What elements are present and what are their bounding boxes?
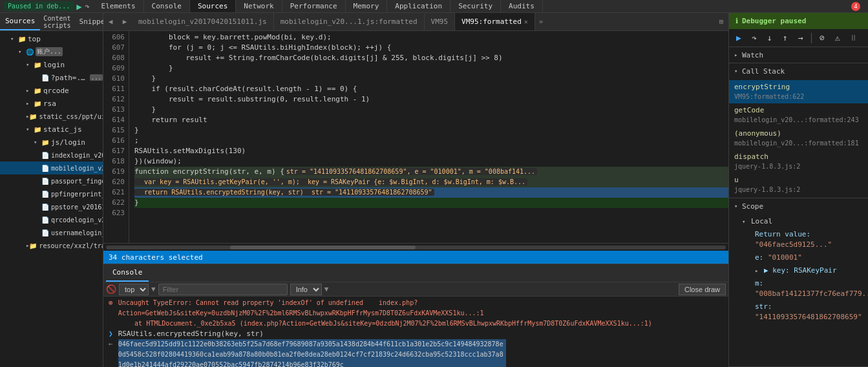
tab-sources[interactable]: Sources (190, 0, 236, 12)
resume-icon[interactable]: ▶ (76, 1, 81, 12)
call-stack-item-3[interactable]: dispatch jquery-1.8.3.js:2 (729, 150, 868, 173)
tree-item-mobilelogin[interactable]: 📄 mobilelogin_v20170420151011 (0, 162, 103, 174)
tab-performance[interactable]: Performance (282, 0, 346, 12)
file-tab-2[interactable]: VM95 (425, 13, 456, 30)
error-icon-1: ⊗ (109, 298, 113, 319)
tab-audits[interactable]: Audits (501, 0, 543, 12)
line-number-615: 615 (103, 125, 125, 136)
tab-content-scripts[interactable]: Content scripts (40, 13, 74, 30)
tree-item-usernamelogin[interactable]: 📄 usernamelogin_v201704121702 (0, 226, 103, 239)
file-tab-0[interactable]: mobilelogin_v20170420151011.js (132, 13, 274, 30)
scope-e: e: "010001" (742, 251, 868, 264)
file-tabs-forward[interactable]: ▶ (118, 15, 132, 29)
code-line-612: result = result.substring(0, result.leng… (134, 94, 728, 105)
call-stack-arrow (734, 68, 742, 74)
console-output: ⊗ Uncaught TypeError: Cannot read proper… (103, 297, 728, 367)
call-stack-header[interactable]: Call Stack (729, 63, 868, 79)
tab-elements[interactable]: Elements (94, 0, 144, 12)
tree-item-ppfingerprint[interactable]: 📄 ppfingerprint_v20161217150044 (0, 187, 103, 200)
tree-item-domain[interactable]: 🌐 账户... (0, 45, 103, 58)
step-into-btn[interactable]: ↓ (763, 31, 777, 45)
scope-m: m: "008baf14121377fc76eaf779..." (742, 277, 868, 300)
tree-item-indexlogin[interactable]: 📄 indexlogin_v20170517174927.js (0, 149, 103, 162)
file-tabs-back[interactable]: ◀ (103, 15, 118, 29)
step-over-btn[interactable]: ↷ (747, 31, 761, 45)
scope-local-header[interactable]: Local (729, 215, 868, 228)
console-tab[interactable]: Console (106, 264, 149, 282)
tree-item-qrcode[interactable]: 📁 qrcode (0, 84, 103, 97)
line-number-613: 613 (103, 105, 125, 115)
console-clear-icon[interactable]: 🚫 (106, 284, 116, 294)
console-error-line-1: ⊗ Uncaught TypeError: Cannot read proper… (109, 298, 723, 319)
tree-item-ppstore[interactable]: 📄 ppstore_v20161102144259.js (0, 200, 103, 213)
call-stack-item-4[interactable]: u jquery-1.8.3.js:2 (729, 173, 868, 196)
line-number-609: 609 (103, 63, 125, 74)
center-panel: ◀ ▶ mobilelogin_v20170420151011.js mobil… (103, 13, 729, 367)
tree-item-top[interactable]: 📁 top (0, 32, 103, 45)
tab-sources-panel[interactable]: Sources (0, 13, 40, 30)
console-level-select[interactable]: Info (290, 284, 322, 295)
tree-item-qrcodelogin[interactable]: 📄 qrcodelogin_v20170525175149 (0, 213, 103, 226)
step-out-btn[interactable]: ↑ (778, 31, 792, 45)
tree-item-login[interactable]: 📁 login (0, 58, 103, 71)
call-stack-item-0[interactable]: encryptString VM95:formatted:622 (729, 80, 868, 103)
line-number-620: 620 (103, 177, 125, 187)
code-content[interactable]: block = key.barrett.powMod(bi, key.d); f… (129, 31, 728, 243)
tree-arrow-domain (18, 48, 26, 55)
tab-memory[interactable]: Memory (346, 0, 388, 12)
scope-header[interactable]: Scope (729, 198, 868, 214)
tab-security[interactable]: Security (450, 0, 501, 12)
code-line-617: RSAUtils.setMaxDigits(130) (134, 146, 728, 156)
step-btn[interactable]: → (794, 31, 808, 45)
debugger-paused-icon: ℹ (736, 17, 738, 25)
code-line-613: } (134, 105, 728, 115)
close-draw-button[interactable]: Close draw (679, 284, 726, 295)
tree-item-path[interactable]: 📄 ?path=... ... (0, 71, 103, 84)
file-tab-1[interactable]: mobilelogin_v20...1.js:formatted (274, 13, 425, 30)
breakpoints-btn[interactable]: ⊘ (815, 31, 829, 45)
file-tab-3[interactable]: VM95:formatted ✕ (455, 13, 535, 30)
line-number-614: 614 (103, 115, 125, 125)
tree-arrow-static-js (26, 126, 34, 132)
line-number-622: 622 (103, 198, 125, 208)
file-icon-ppstore: 📄 (41, 204, 49, 211)
async-btn[interactable]: ⏸ (846, 31, 860, 45)
step-over-icon[interactable]: ↷ (85, 1, 90, 11)
code-line-621: return RSAUtils.encryptedString(key, str… (134, 187, 728, 198)
console-filter-down-icon: ▼ (151, 285, 156, 293)
pause-exceptions-btn[interactable]: ⚠ (831, 31, 845, 45)
console-level-down-icon: ▼ (324, 285, 329, 293)
code-line-623 (134, 208, 728, 218)
console-top-select[interactable]: top (119, 284, 149, 295)
call-stack-item-2[interactable]: (anonymous) mobilelogin_v20...:formatted… (729, 127, 868, 150)
file-tabs: ◀ ▶ mobilelogin_v20170420151011.js mobil… (103, 13, 728, 31)
scope-section: Scope Local Return value: "046faec5d9125… (729, 198, 868, 367)
tree-item-passport[interactable]: 📄 passport_fingerprint2_v20170... (0, 174, 103, 187)
console-error-line-2: at HTMLDocument._0xe2b5xa5 (index.php?Ac… (109, 319, 723, 329)
scope-key-rsa[interactable]: ▶ key: RSAKeyPair (742, 264, 868, 277)
folder-icon-login: 📁 (34, 61, 41, 68)
tree-item-static-js[interactable]: 📁 static_js (0, 123, 103, 136)
tab-console[interactable]: Console (144, 0, 190, 12)
tree-item-js-login[interactable]: 📁 js/login (0, 136, 103, 149)
file-dock-left[interactable]: ⊞ (714, 15, 728, 29)
code-line-611: if (result.charCodeAt(result.length - 1)… (134, 84, 728, 94)
line-number-617: 617 (103, 146, 125, 156)
code-line-609: } (134, 63, 728, 74)
tree-item-rsa[interactable]: 📁 rsa (0, 97, 103, 110)
watch-header[interactable]: Watch (729, 47, 868, 63)
close-badge[interactable]: 4 (851, 2, 860, 11)
tree-item-static-css[interactable]: 📁 static_css/ppt/ui6/my/css (0, 110, 103, 123)
line-number-619: 619 (103, 167, 125, 177)
resume-btn[interactable]: ▶ (732, 31, 746, 45)
console-filter-input[interactable] (158, 284, 288, 295)
line-number-621: 621 (103, 187, 125, 198)
file-tab-3-close[interactable]: ✕ (524, 18, 528, 25)
file-tabs-more[interactable]: » (535, 17, 547, 26)
tab-application[interactable]: Application (387, 0, 450, 12)
call-stack-list: encryptString VM95:formatted:622 getCode… (729, 79, 868, 198)
call-stack-item-1[interactable]: getCode mobilelogin_v20...:formatted:243 (729, 103, 868, 127)
prompt-icon: ❯ (109, 329, 113, 339)
tab-network[interactable]: Network (236, 0, 282, 12)
tree-item-resource[interactable]: 📁 resource/xxzl/tracker (0, 239, 103, 252)
